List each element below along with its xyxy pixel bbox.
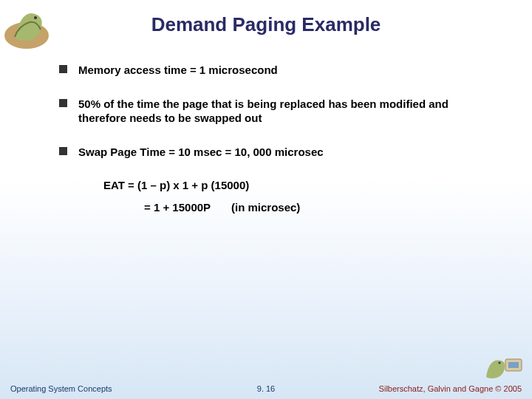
svg-rect-3 (508, 362, 519, 368)
footer-page-number: 9. 16 (257, 384, 275, 393)
bullet-item: Memory access time = 1 microsecond (59, 63, 495, 78)
dinosaur-small-icon (482, 349, 526, 383)
svg-point-1 (34, 16, 37, 19)
slide-title: Demand Paging Example (0, 0, 532, 41)
bullet-item: Swap Page Time = 10 msec = 10, 000 micro… (59, 145, 495, 160)
dinosaur-icon (0, 0, 53, 52)
formula-line: = 1 + 15000P (in microsec) (144, 200, 495, 215)
formula-result: = 1 + 15000P (144, 201, 211, 214)
formula-line: EAT = (1 – p) x 1 + p (15000) (103, 178, 495, 193)
bullet-item: 50% of the time the page that is being r… (59, 97, 495, 126)
footer-right-text: Silberschatz, Galvin and Gagne © 2005 (379, 384, 522, 393)
svg-point-4 (499, 362, 501, 364)
slide-content: Memory access time = 1 microsecond 50% o… (0, 41, 532, 214)
formula-unit: (in microsec) (231, 200, 300, 215)
footer-left-text: Operating System Concepts (10, 384, 112, 393)
